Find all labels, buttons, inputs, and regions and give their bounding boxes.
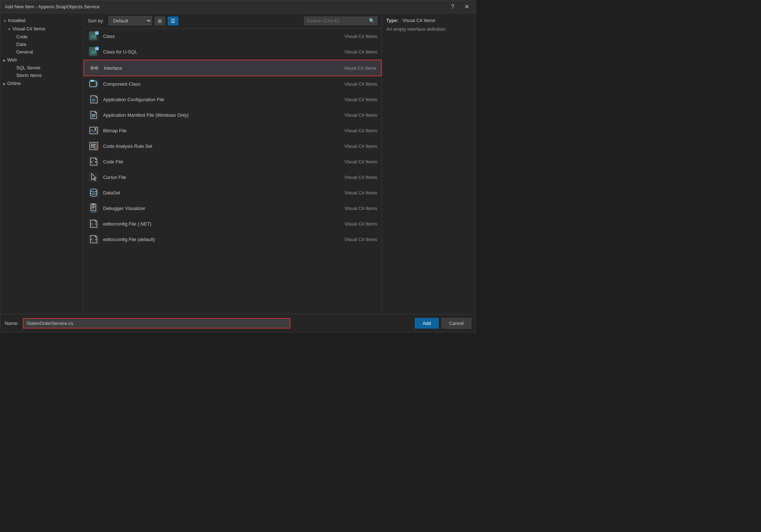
item-name-dataset: DataSet bbox=[103, 190, 316, 196]
item-row-class[interactable]: C# C# Class Visual C# Items bbox=[84, 29, 382, 44]
general-label: General bbox=[16, 49, 33, 55]
item-category-editorconfig-net: Visual C# Items bbox=[319, 221, 377, 227]
item-row-cursor[interactable]: Cursor File Visual C# Items bbox=[84, 170, 382, 185]
svg-rect-26 bbox=[92, 114, 95, 115]
item-row-component-class[interactable]: Component Class Visual C# Items bbox=[84, 76, 382, 92]
installed-section[interactable]: Installed bbox=[0, 16, 83, 25]
item-row-editorconfig-net[interactable]: editorconfig File (.NET) Visual C# Items bbox=[84, 216, 382, 232]
sidebar-item-sqlserver[interactable]: SQL Server bbox=[0, 64, 83, 72]
title-bar: Add New Item - Appeon.SnapObjects.Servic… bbox=[0, 0, 476, 13]
svg-rect-47 bbox=[92, 206, 95, 206]
item-row-bitmap[interactable]: Bitmap File Visual C# Items bbox=[84, 123, 382, 138]
online-arrow bbox=[3, 81, 6, 86]
web-section[interactable]: Web bbox=[0, 56, 83, 64]
svg-rect-34 bbox=[91, 144, 97, 145]
item-row-editorconfig-default[interactable]: editorconfig File (default) Visual C# It… bbox=[84, 232, 382, 247]
add-button[interactable]: Add bbox=[415, 318, 438, 329]
web-label: Web bbox=[7, 57, 17, 63]
vs-items-arrow bbox=[8, 26, 11, 31]
sort-select[interactable]: Default bbox=[109, 16, 152, 25]
interface-icon bbox=[89, 62, 100, 74]
online-section[interactable]: Online bbox=[0, 79, 83, 87]
sidebar-item-storm-items[interactable]: Storm Items bbox=[0, 72, 83, 79]
svg-rect-48 bbox=[92, 207, 95, 207]
item-category-code-file: Visual C# Items bbox=[319, 159, 377, 164]
list-view-button[interactable]: ☰ bbox=[168, 17, 178, 25]
svg-point-14 bbox=[96, 67, 97, 69]
item-category-interface: Visual C# Items bbox=[319, 65, 377, 71]
item-row-interface[interactable]: Interface Visual C# Items bbox=[84, 60, 382, 76]
app-config-icon bbox=[88, 94, 99, 105]
item-row-dataset[interactable]: DataSet Visual C# Items bbox=[84, 185, 382, 201]
list-view-icon: ☰ bbox=[171, 18, 175, 24]
vs-items-section[interactable]: Visual C# Items bbox=[0, 25, 83, 33]
sidebar-item-code[interactable]: Code bbox=[0, 33, 83, 40]
svg-rect-28 bbox=[92, 116, 94, 117]
type-description: An empty interface definition bbox=[386, 26, 471, 33]
manifest-icon bbox=[88, 109, 99, 121]
item-name-bitmap: Bitmap File bbox=[103, 128, 316, 133]
svg-rect-35 bbox=[91, 145, 95, 146]
search-icon: 🔍 bbox=[369, 18, 375, 23]
item-name-editorconfig-net: editorconfig File (.NET) bbox=[103, 221, 316, 227]
class-icon: C# C# bbox=[88, 30, 99, 42]
svg-rect-29 bbox=[89, 125, 99, 136]
close-button[interactable]: ✕ bbox=[462, 3, 471, 11]
sidebar-item-general[interactable]: General bbox=[0, 48, 83, 56]
sqlserver-label: SQL Server bbox=[16, 65, 41, 70]
sort-by-label: Sort by: bbox=[88, 18, 104, 23]
item-name-code-analysis: Code Analysis Rule Set bbox=[103, 143, 316, 149]
main-content: Sort by: Default ⊞ ☰ 🔍 bbox=[84, 13, 382, 314]
svg-rect-27 bbox=[92, 115, 95, 116]
grid-view-icon: ⊞ bbox=[158, 18, 162, 24]
item-category-app-config: Visual C# Items bbox=[319, 97, 377, 102]
item-category-manifest: Visual C# Items bbox=[319, 112, 377, 118]
item-name-interface: Interface bbox=[104, 65, 315, 71]
grid-view-button[interactable]: ⊞ bbox=[155, 17, 165, 25]
item-name-app-config: Application Configuration File bbox=[103, 97, 316, 102]
item-row-manifest[interactable]: Application Manifest File (Windows Only)… bbox=[84, 107, 382, 123]
item-name-class-usql: Class for U-SQL bbox=[103, 49, 316, 55]
svg-text:C#: C# bbox=[95, 48, 99, 50]
online-label: Online bbox=[7, 81, 21, 86]
item-name-code-file: Code File bbox=[103, 159, 316, 164]
vs-items-label: Visual C# Items bbox=[12, 26, 45, 31]
item-row-class-usql[interactable]: C# C# Class for U-SQL Visual C# Items bbox=[84, 44, 382, 60]
item-name-class: Class bbox=[103, 34, 316, 39]
svg-text:C#: C# bbox=[92, 35, 96, 39]
item-row-debugger[interactable]: Debugger Visualizer Visual C# Items bbox=[84, 201, 382, 216]
sidebar-item-data[interactable]: Data bbox=[0, 40, 83, 48]
item-category-code-analysis: Visual C# Items bbox=[319, 143, 377, 149]
svg-rect-40 bbox=[89, 172, 99, 182]
top-area: Installed Visual C# Items Code Data Gene… bbox=[0, 13, 476, 314]
name-label: Name: bbox=[5, 321, 18, 326]
svg-point-31 bbox=[95, 128, 97, 130]
item-category-class-usql: Visual C# Items bbox=[319, 49, 377, 55]
item-row-app-config[interactable]: Application Configuration File Visual C#… bbox=[84, 92, 382, 107]
bottom-bar: Name: Add Cancel bbox=[0, 314, 476, 332]
name-input[interactable] bbox=[24, 319, 290, 328]
type-label: Type: bbox=[386, 18, 399, 23]
item-row-code-analysis[interactable]: R Code Analysis Rule Set Visual C# Items bbox=[84, 138, 382, 154]
component-class-icon bbox=[88, 78, 99, 90]
code-label: Code bbox=[16, 34, 27, 39]
help-button[interactable]: ? bbox=[449, 3, 456, 11]
dialog-body: Installed Visual C# Items Code Data Gene… bbox=[0, 13, 476, 332]
search-input[interactable] bbox=[307, 18, 367, 23]
svg-point-12 bbox=[92, 67, 93, 69]
items-container: C# C# Class Visual C# Items C# bbox=[84, 29, 382, 314]
item-name-debugger: Debugger Visualizer bbox=[103, 206, 316, 211]
editorconfig-net-icon bbox=[88, 218, 99, 229]
item-category-component-class: Visual C# Items bbox=[319, 81, 377, 87]
cancel-button[interactable]: Cancel bbox=[442, 318, 471, 329]
installed-arrow bbox=[3, 18, 7, 23]
item-category-bitmap: Visual C# Items bbox=[319, 128, 377, 133]
sidebar: Installed Visual C# Items Code Data Gene… bbox=[0, 13, 84, 314]
item-row-code-file[interactable]: Code File Visual C# Items bbox=[84, 154, 382, 170]
editorconfig-default-icon bbox=[88, 233, 99, 245]
svg-text:C#: C# bbox=[95, 32, 99, 35]
dataset-icon bbox=[88, 187, 99, 198]
data-label: Data bbox=[16, 42, 26, 47]
web-arrow bbox=[3, 57, 6, 63]
installed-label: Installed bbox=[8, 18, 25, 23]
